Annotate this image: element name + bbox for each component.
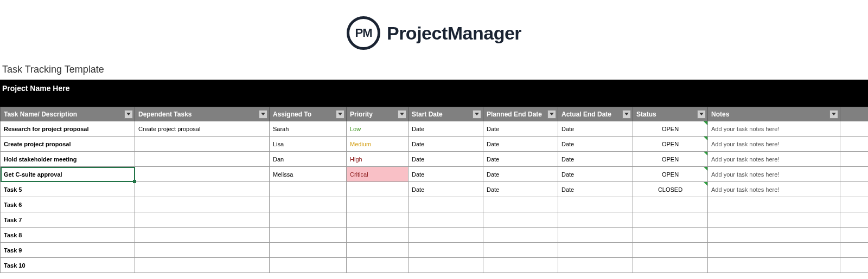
- cell-assigned[interactable]: Dan: [270, 152, 347, 167]
- filter-dropdown-icon[interactable]: [259, 110, 267, 119]
- cell-extra[interactable]: [840, 197, 869, 212]
- cell-assigned[interactable]: [270, 182, 347, 197]
- cell-start-date[interactable]: Date: [409, 167, 483, 182]
- cell-planned-end[interactable]: [483, 212, 558, 228]
- cell-task-name[interactable]: Task 6: [1, 197, 135, 212]
- cell-actual-end[interactable]: [558, 228, 633, 243]
- cell-extra[interactable]: [840, 121, 869, 137]
- cell-assigned[interactable]: Lisa: [270, 137, 347, 152]
- cell-status[interactable]: [633, 197, 708, 212]
- cell-assigned[interactable]: [270, 197, 347, 212]
- cell-notes[interactable]: Add your task notes here!: [708, 121, 840, 137]
- cell-start-date[interactable]: Date: [409, 182, 483, 197]
- col-status[interactable]: Status: [633, 107, 708, 121]
- cell-dependent[interactable]: [135, 167, 270, 182]
- cell-extra[interactable]: [840, 182, 869, 197]
- cell-status[interactable]: OPEN: [633, 152, 708, 167]
- cell-notes[interactable]: [708, 228, 840, 243]
- cell-start-date[interactable]: [409, 212, 483, 228]
- cell-dependent[interactable]: [135, 212, 270, 228]
- cell-start-date[interactable]: Date: [409, 137, 483, 152]
- cell-actual-end[interactable]: Date: [558, 167, 633, 182]
- filter-dropdown-icon[interactable]: [473, 110, 481, 119]
- cell-assigned[interactable]: Melissa: [270, 167, 347, 182]
- cell-priority[interactable]: [347, 258, 409, 273]
- cell-status[interactable]: OPEN: [633, 121, 708, 137]
- col-start-date[interactable]: Start Date: [409, 107, 483, 121]
- col-priority[interactable]: Priority: [347, 107, 409, 121]
- col-notes[interactable]: Notes: [708, 107, 840, 121]
- cell-notes[interactable]: [708, 258, 840, 273]
- cell-task-name[interactable]: Create project proposal: [1, 137, 135, 152]
- filter-dropdown-icon[interactable]: [547, 110, 556, 119]
- cell-actual-end[interactable]: [558, 197, 633, 212]
- cell-task-name[interactable]: Task 10: [1, 258, 135, 273]
- cell-start-date[interactable]: Date: [409, 152, 483, 167]
- cell-planned-end[interactable]: [483, 197, 558, 212]
- cell-extra[interactable]: [840, 258, 869, 273]
- filter-dropdown-icon[interactable]: [829, 110, 838, 119]
- cell-actual-end[interactable]: Date: [558, 121, 633, 137]
- cell-task-name[interactable]: Get C-suite approval: [1, 167, 135, 182]
- cell-dependent[interactable]: [135, 137, 270, 152]
- cell-planned-end[interactable]: Date: [483, 152, 558, 167]
- cell-actual-end[interactable]: [558, 212, 633, 228]
- col-task-name[interactable]: Task Name/ Description: [1, 107, 135, 121]
- cell-notes[interactable]: Add your task notes here!: [708, 182, 840, 197]
- col-dependent[interactable]: Dependent Tasks: [135, 107, 270, 121]
- cell-task-name[interactable]: Task 5: [1, 182, 135, 197]
- col-actual-end[interactable]: Actual End Date: [558, 107, 633, 121]
- col-planned-end[interactable]: Planned End Date: [483, 107, 558, 121]
- filter-dropdown-icon[interactable]: [398, 110, 406, 119]
- cell-planned-end[interactable]: Date: [483, 167, 558, 182]
- cell-task-name[interactable]: Task 9: [1, 243, 135, 258]
- cell-actual-end[interactable]: Date: [558, 152, 633, 167]
- cell-assigned[interactable]: [270, 228, 347, 243]
- cell-planned-end[interactable]: [483, 258, 558, 273]
- cell-priority[interactable]: Low: [347, 121, 409, 137]
- cell-planned-end[interactable]: Date: [483, 121, 558, 137]
- cell-notes[interactable]: [708, 243, 840, 258]
- cell-priority[interactable]: [347, 228, 409, 243]
- cell-dependent[interactable]: Create project proposal: [135, 121, 270, 137]
- filter-dropdown-icon[interactable]: [622, 110, 631, 119]
- cell-status[interactable]: [633, 228, 708, 243]
- cell-status[interactable]: OPEN: [633, 167, 708, 182]
- cell-assigned[interactable]: Sarah: [270, 121, 347, 137]
- cell-dependent[interactable]: [135, 152, 270, 167]
- cell-actual-end[interactable]: [558, 258, 633, 273]
- cell-start-date[interactable]: [409, 243, 483, 258]
- cell-priority[interactable]: High: [347, 152, 409, 167]
- cell-start-date[interactable]: [409, 258, 483, 273]
- cell-priority[interactable]: [347, 243, 409, 258]
- cell-task-name[interactable]: Task 8: [1, 228, 135, 243]
- cell-actual-end[interactable]: Date: [558, 137, 633, 152]
- cell-dependent[interactable]: [135, 182, 270, 197]
- cell-priority[interactable]: Medium: [347, 137, 409, 152]
- filter-dropdown-icon[interactable]: [336, 110, 344, 119]
- cell-start-date[interactable]: [409, 228, 483, 243]
- cell-dependent[interactable]: [135, 243, 270, 258]
- cell-extra[interactable]: [840, 212, 869, 228]
- cell-priority[interactable]: [347, 212, 409, 228]
- cell-task-name[interactable]: Hold stakeholder meeting: [1, 152, 135, 167]
- cell-priority[interactable]: [347, 182, 409, 197]
- cell-extra[interactable]: [840, 137, 869, 152]
- cell-task-name[interactable]: Task 7: [1, 212, 135, 228]
- cell-priority[interactable]: [347, 197, 409, 212]
- cell-notes[interactable]: Add your task notes here!: [708, 137, 840, 152]
- cell-extra[interactable]: [840, 152, 869, 167]
- cell-status[interactable]: [633, 243, 708, 258]
- col-assigned[interactable]: Assigned To: [270, 107, 347, 121]
- cell-notes[interactable]: Add your task notes here!: [708, 152, 840, 167]
- cell-dependent[interactable]: [135, 258, 270, 273]
- cell-start-date[interactable]: Date: [409, 121, 483, 137]
- cell-planned-end[interactable]: Date: [483, 182, 558, 197]
- cell-dependent[interactable]: [135, 197, 270, 212]
- cell-assigned[interactable]: [270, 212, 347, 228]
- cell-assigned[interactable]: [270, 258, 347, 273]
- cell-assigned[interactable]: [270, 243, 347, 258]
- cell-priority[interactable]: Critical: [347, 167, 409, 182]
- cell-extra[interactable]: [840, 167, 869, 182]
- cell-extra[interactable]: [840, 228, 869, 243]
